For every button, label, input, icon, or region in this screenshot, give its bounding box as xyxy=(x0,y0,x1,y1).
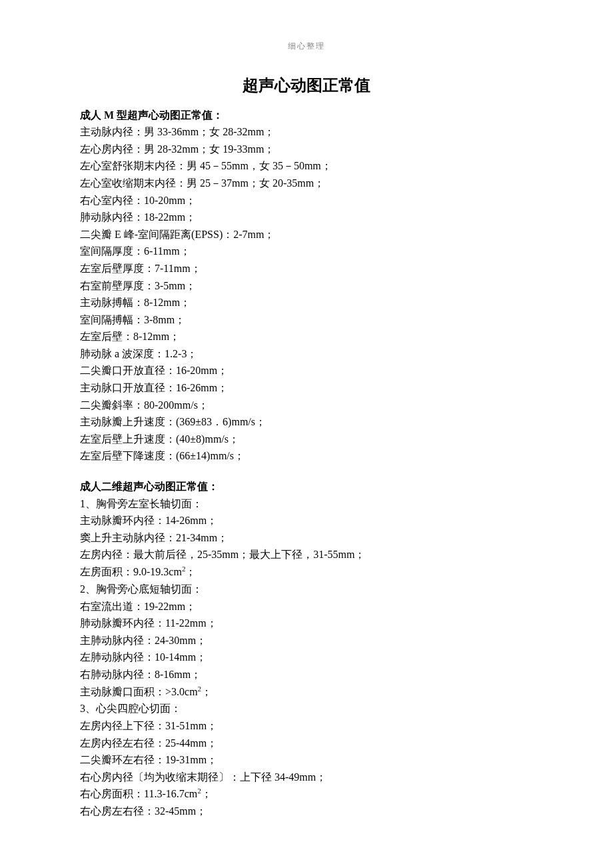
section-1-title: 成人 M 型超声心动图正常值： xyxy=(80,107,533,124)
text-line: 左室后壁厚度：7-11mm； xyxy=(80,260,533,277)
text-line: 右肺动脉内径：8-16mm； xyxy=(80,666,533,683)
text-line: 主动脉瓣口面积：>3.0cm2； xyxy=(80,683,533,701)
text-line: 2、胸骨旁心底短轴切面： xyxy=(80,581,533,598)
text-line: 1、胸骨旁左室长轴切面： xyxy=(80,495,533,513)
text-line: 主动脉口开放直径：16-26mm； xyxy=(80,379,533,397)
text-line: 右室前壁厚度：3-5mm； xyxy=(80,277,533,295)
text-line: 右心房左右径：32-45mm； xyxy=(80,803,533,820)
text-line: 二尖瓣斜率：80-200mm/s； xyxy=(80,397,533,414)
section-2-body: 1、胸骨旁左室长轴切面： 主动脉瓣环内径：14-26mm； 窦上升主动脉内径：2… xyxy=(80,495,533,820)
text-line: 左房面积：9.0-19.3cm2； xyxy=(80,563,533,581)
text-line: 左房内径：最大前后径，25-35mm；最大上下径，31-55mm； xyxy=(80,546,533,563)
text-line: 左房内径左右径：25-44mm； xyxy=(80,735,533,752)
text-line: 3、心尖四腔心切面： xyxy=(80,700,533,717)
text-line: 左室后壁：8-12mm； xyxy=(80,328,533,345)
text-line: 左肺动脉内径：10-14mm； xyxy=(80,649,533,666)
text-line: 二尖瓣 E 峰-室间隔距离(EPSS)：2-7mm； xyxy=(80,226,533,243)
section-2-title: 成人二维超声心动图正常值： xyxy=(80,478,533,495)
text-line: 肺动脉 a 波深度：1.2-3； xyxy=(80,345,533,363)
text-line: 右心室内径：10-20mm； xyxy=(80,192,533,209)
text-line: 右心房面积：11.3-16.7cm2； xyxy=(80,785,533,803)
text-line: 左室后壁上升速度：(40±8)mm/s； xyxy=(80,431,533,448)
text-line: 主动脉瓣环内径：14-26mm； xyxy=(80,512,533,529)
text-line: 左心室舒张期末内径：男 45－55mm，女 35－50mm； xyxy=(80,157,533,175)
text-line: 主肺动脉内径：24-30mm； xyxy=(80,632,533,649)
text-line: 主动脉瓣上升速度：(369±83．6)mm/s； xyxy=(80,413,533,431)
text-line: 左心室收缩期末内径：男 25－37mm；女 20-35mm； xyxy=(80,175,533,192)
text-line: 二尖瓣环左右径：19-31mm； xyxy=(80,751,533,769)
section-1-body: 主动脉内径：男 33-36mm；女 28-32mm； 左心房内径：男 28-32… xyxy=(80,123,533,465)
text-line: 主动脉内径：男 33-36mm；女 28-32mm； xyxy=(80,123,533,141)
text-line: 窦上升主动脉内径：21-34mm； xyxy=(80,529,533,547)
text-line: 左心房内径：男 28-32mm；女 19-33mm； xyxy=(80,141,533,158)
page-header: 细心整理 xyxy=(80,40,533,53)
text-line: 室间隔搏幅：3-8mm； xyxy=(80,311,533,329)
text-line: 左室后壁下降速度：(66±14)mm/s； xyxy=(80,447,533,465)
document-title: 超声心动图正常值 xyxy=(80,73,533,98)
text-line: 右心房内径〔均为收缩末期径〕：上下径 34-49mm； xyxy=(80,769,533,786)
text-line: 左房内径上下径：31-51mm； xyxy=(80,717,533,735)
text-line: 右室流出道：19-22mm； xyxy=(80,598,533,615)
text-line: 肺动脉瓣环内径：11-22mm； xyxy=(80,615,533,632)
text-line: 二尖瓣口开放直径：16-20mm； xyxy=(80,362,533,379)
text-line: 主动脉搏幅：8-12mm； xyxy=(80,294,533,311)
text-line: 肺动脉内径：18-22mm； xyxy=(80,209,533,226)
text-line: 室间隔厚度：6-11mm； xyxy=(80,243,533,260)
